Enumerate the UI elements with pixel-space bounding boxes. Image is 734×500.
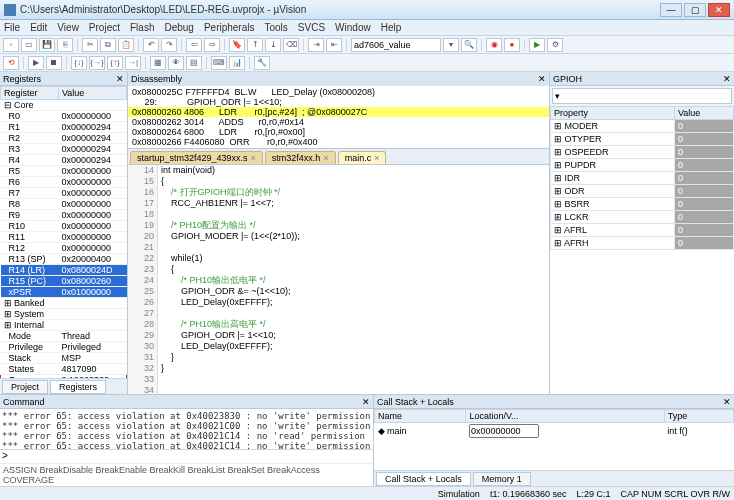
- config-icon[interactable]: ⚙: [547, 38, 563, 52]
- callstack-table[interactable]: Name Location/V... Type ◆ mainint f(): [374, 409, 734, 470]
- register-row[interactable]: R40x00000294: [1, 155, 127, 166]
- breakpoint-icon[interactable]: ●: [504, 38, 520, 52]
- editor-tab[interactable]: startup_stm32f429_439xx.s×: [130, 151, 263, 164]
- register-row[interactable]: R100x00000000: [1, 221, 127, 232]
- minimize-button[interactable]: —: [660, 3, 682, 17]
- register-row[interactable]: R30x00000294: [1, 144, 127, 155]
- gpioh-close-icon[interactable]: ✕: [723, 74, 731, 84]
- outdent-icon[interactable]: ⇤: [326, 38, 342, 52]
- tab-project[interactable]: Project: [2, 380, 48, 394]
- menu-file[interactable]: File: [4, 22, 20, 33]
- bookmark-clear-icon[interactable]: ⌫: [283, 38, 299, 52]
- menu-flash[interactable]: Flash: [130, 22, 154, 33]
- copy-icon[interactable]: ⧉: [100, 38, 116, 52]
- find-icon[interactable]: 🔍: [461, 38, 477, 52]
- gpioh-selector[interactable]: ▾: [552, 88, 732, 104]
- editor-tab[interactable]: stm32f4xx.h×: [265, 151, 336, 164]
- close-button[interactable]: ✕: [708, 3, 730, 17]
- nav-back-icon[interactable]: ⇦: [186, 38, 202, 52]
- build-icon[interactable]: ▶: [529, 38, 545, 52]
- register-row[interactable]: xPSR0x01000000: [1, 287, 127, 298]
- register-row[interactable]: R14 (LR)0x0800024D: [1, 265, 127, 276]
- menu-debug[interactable]: Debug: [164, 22, 193, 33]
- tab-registers[interactable]: Registers: [50, 380, 106, 394]
- prop-row[interactable]: ⊞ AFRL0: [551, 224, 734, 237]
- menu-view[interactable]: View: [57, 22, 79, 33]
- paste-icon[interactable]: 📋: [118, 38, 134, 52]
- gpioh-properties[interactable]: PropertyValue ⊞ MODER0⊞ OTYPER0⊞ OSPEEDR…: [550, 106, 734, 394]
- prop-row[interactable]: ⊞ PUPDR0: [551, 159, 734, 172]
- bookmark-prev-icon[interactable]: ⤒: [247, 38, 263, 52]
- register-row[interactable]: R110x00000000: [1, 232, 127, 243]
- reset-icon[interactable]: ⟲: [3, 56, 19, 70]
- bookmark-next-icon[interactable]: ⤓: [265, 38, 281, 52]
- registers-table[interactable]: RegisterValue ⊟ CoreR00x00000000R10x0000…: [0, 86, 127, 378]
- prop-row[interactable]: ⊞ IDR0: [551, 172, 734, 185]
- command-hint: ASSIGN BreakDisable BreakEnable BreakKil…: [0, 463, 373, 486]
- register-row[interactable]: R20x00000294: [1, 133, 127, 144]
- serial-icon[interactable]: ⌨: [211, 56, 227, 70]
- cut-icon[interactable]: ✂: [82, 38, 98, 52]
- watch-icon[interactable]: 👁: [168, 56, 184, 70]
- register-row[interactable]: R120x00000000: [1, 243, 127, 254]
- undo-icon[interactable]: ↶: [143, 38, 159, 52]
- menu-tools[interactable]: Tools: [265, 22, 288, 33]
- nav-fwd-icon[interactable]: ⇨: [204, 38, 220, 52]
- step-out-icon[interactable]: {↑}: [107, 56, 123, 70]
- register-row[interactable]: R00x00000000: [1, 111, 127, 122]
- register-row[interactable]: R60x00000000: [1, 177, 127, 188]
- prop-row[interactable]: ⊞ LCKR0: [551, 211, 734, 224]
- tab-memory[interactable]: Memory 1: [473, 472, 531, 486]
- save-all-icon[interactable]: ⎘: [57, 38, 73, 52]
- menu-help[interactable]: Help: [381, 22, 402, 33]
- step-in-icon[interactable]: {↓}: [71, 56, 87, 70]
- menu-svcs[interactable]: SVCS: [298, 22, 325, 33]
- registers-close-icon[interactable]: ✕: [116, 74, 124, 84]
- command-input[interactable]: [10, 450, 373, 463]
- command-close-icon[interactable]: ✕: [362, 397, 370, 407]
- analyzer-icon[interactable]: 📊: [229, 56, 245, 70]
- prop-row[interactable]: ⊞ BSRR0: [551, 198, 734, 211]
- prop-row[interactable]: ⊞ OTYPER0: [551, 133, 734, 146]
- register-row[interactable]: R90x00000000: [1, 210, 127, 221]
- find-input[interactable]: [351, 38, 441, 52]
- new-file-icon[interactable]: ▫: [3, 38, 19, 52]
- save-icon[interactable]: 💾: [39, 38, 55, 52]
- menu-window[interactable]: Window: [335, 22, 371, 33]
- find-dropdown-icon[interactable]: ▾: [443, 38, 459, 52]
- disasm-body[interactable]: 0x0800025C F7FFFFD4 BL.W LED_Delay (0x08…: [128, 86, 549, 148]
- register-row[interactable]: R10x00000294: [1, 122, 127, 133]
- callstack-close-icon[interactable]: ✕: [723, 397, 731, 407]
- open-file-icon[interactable]: ▭: [21, 38, 37, 52]
- show-disasm-icon[interactable]: ▦: [150, 56, 166, 70]
- bookmark-icon[interactable]: 🔖: [229, 38, 245, 52]
- stop-icon[interactable]: ⏹: [46, 56, 62, 70]
- code-editor[interactable]: 1415161718192021222324252627282930313233…: [128, 165, 549, 394]
- toolbox-icon[interactable]: 🔧: [254, 56, 270, 70]
- step-over-icon[interactable]: {→}: [89, 56, 105, 70]
- debug-icon[interactable]: ◉: [486, 38, 502, 52]
- editor-tab[interactable]: main.c×: [338, 151, 387, 164]
- menu-peripherals[interactable]: Peripherals: [204, 22, 255, 33]
- indent-icon[interactable]: ⇥: [308, 38, 324, 52]
- register-row[interactable]: R13 (SP)0x20000400: [1, 254, 127, 265]
- redo-icon[interactable]: ↷: [161, 38, 177, 52]
- menu-project[interactable]: Project: [89, 22, 120, 33]
- prop-row[interactable]: ⊞ MODER0: [551, 120, 734, 133]
- run-icon[interactable]: ▶: [28, 56, 44, 70]
- register-row[interactable]: R70x00000000: [1, 188, 127, 199]
- register-row[interactable]: R15 (PC)0x08000260: [1, 276, 127, 287]
- memory-icon[interactable]: ▤: [186, 56, 202, 70]
- register-row[interactable]: R50x00000000: [1, 166, 127, 177]
- prop-row[interactable]: ⊞ OSPEEDR0: [551, 146, 734, 159]
- disasm-close-icon[interactable]: ✕: [538, 74, 546, 84]
- run-to-cursor-icon[interactable]: →|: [125, 56, 141, 70]
- tab-callstack[interactable]: Call Stack + Locals: [376, 472, 471, 486]
- prop-row[interactable]: ⊞ AFRH0: [551, 237, 734, 250]
- menu-edit[interactable]: Edit: [30, 22, 47, 33]
- cs-col-type: Type: [664, 410, 733, 423]
- maximize-button[interactable]: ▢: [684, 3, 706, 17]
- command-output[interactable]: *** error 65: access violation at 0x4002…: [0, 409, 373, 449]
- prop-row[interactable]: ⊞ ODR0: [551, 185, 734, 198]
- register-row[interactable]: R80x00000000: [1, 199, 127, 210]
